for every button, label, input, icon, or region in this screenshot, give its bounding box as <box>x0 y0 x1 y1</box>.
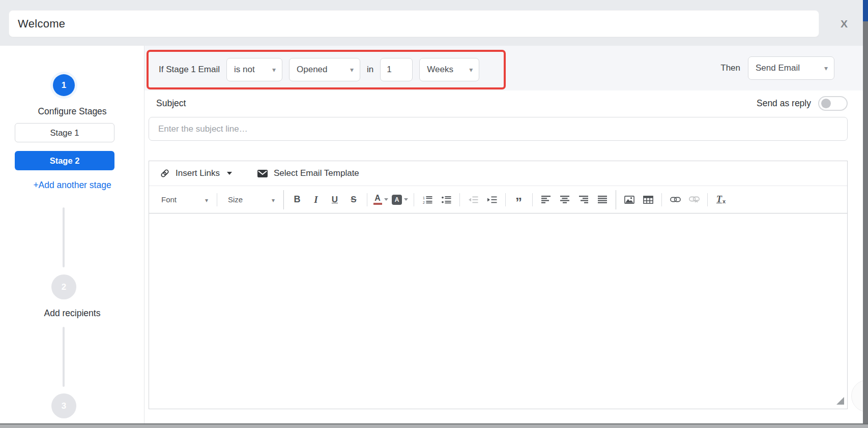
remove-format-button[interactable]: T x <box>713 192 729 208</box>
remove-format-icon: T <box>716 194 722 205</box>
bold-icon: B <box>294 194 301 205</box>
operator-select[interactable]: is not <box>226 58 282 81</box>
toolbar-divider <box>459 193 460 206</box>
strikethrough-icon: S <box>351 195 356 205</box>
chevron-down-icon <box>272 195 275 204</box>
stepper-sidebar: 1 Configure Stages Stage 1 Stage 2 +Add … <box>0 46 144 423</box>
align-justify-button[interactable] <box>595 192 610 208</box>
add-another-stage-link[interactable]: +Add another stage <box>0 180 144 191</box>
stage-config-panel: If Stage 1 Email is not Opened in Weeks … <box>144 46 863 423</box>
ordered-list-button[interactable]: 1 2 <box>420 192 435 208</box>
chevron-down-icon <box>268 65 276 75</box>
toggle-knob <box>821 99 831 108</box>
chevron-down-icon <box>346 65 354 75</box>
bold-button[interactable]: B <box>290 192 305 208</box>
campaign-name-value: Welcome <box>18 17 65 30</box>
insert-table-button[interactable] <box>641 192 656 208</box>
close-icon[interactable]: X <box>835 15 853 33</box>
toolbar-divider <box>414 193 414 206</box>
action-select[interactable]: Send Email <box>748 56 834 80</box>
unit-value: Weeks <box>427 65 453 75</box>
email-body-textarea[interactable] <box>149 213 847 408</box>
text-color-button[interactable]: A <box>373 192 388 208</box>
email-body-editor: Insert Links Select Email Template Font <box>149 161 848 409</box>
indent-button[interactable] <box>484 192 500 208</box>
blockquote-icon: ” <box>515 194 523 205</box>
link-chain-icon <box>158 167 171 179</box>
align-right-button[interactable] <box>576 192 591 208</box>
subject-row: Subject Send as reply <box>156 95 848 112</box>
event-value: Opened <box>297 65 328 75</box>
toolbar-divider <box>367 193 367 206</box>
align-justify-icon <box>598 196 607 203</box>
envelope-icon <box>257 170 268 177</box>
toolbar-divider <box>707 193 708 206</box>
step-2-indicator: 2 <box>51 274 76 299</box>
annotation-highlight: If Stage 1 Email is not Opened in Weeks <box>147 50 506 89</box>
chevron-down-icon <box>384 198 388 201</box>
font-family-value: Font <box>161 195 177 204</box>
vertical-scrollbar[interactable] <box>863 0 868 428</box>
align-left-button[interactable] <box>538 192 554 208</box>
font-size-value: Size <box>228 195 243 204</box>
toolbar-divider <box>616 190 616 209</box>
insert-image-button[interactable] <box>622 192 637 208</box>
operator-value: is not <box>234 65 255 75</box>
blockquote-button[interactable]: ” <box>511 192 527 208</box>
scrollbar-thumb[interactable] <box>863 0 868 21</box>
background-color-button[interactable]: A <box>392 192 408 208</box>
toolbar-divider <box>505 193 506 206</box>
toolbar-divider <box>217 193 217 206</box>
unit-select[interactable]: Weeks <box>419 58 479 81</box>
chevron-down-icon <box>205 195 208 204</box>
stage-editor-modal: Welcome X 1 Configure Stages Stage 1 Sta… <box>0 0 868 428</box>
bullet-list-button[interactable] <box>439 192 454 208</box>
italic-icon: I <box>314 194 317 205</box>
align-right-icon <box>579 196 588 203</box>
rich-text-toolbar: Font Size B I U S A <box>149 186 847 213</box>
image-icon <box>624 196 634 204</box>
step-3-indicator: 3 <box>51 393 76 418</box>
send-as-reply-label: Send as reply <box>757 98 811 109</box>
chevron-down-icon <box>404 198 408 201</box>
campaign-name-input[interactable]: Welcome <box>9 10 819 37</box>
condition-prefix-label: If Stage 1 Email <box>159 65 220 75</box>
outdent-button[interactable] <box>466 192 481 208</box>
resize-handle[interactable] <box>836 397 844 405</box>
insert-links-label: Insert Links <box>176 168 220 178</box>
step-2-number: 2 <box>62 282 66 292</box>
event-select[interactable]: Opened <box>289 58 360 81</box>
subject-input[interactable] <box>149 117 848 141</box>
unlink-icon <box>689 196 700 203</box>
step-2-label: Add recipients <box>0 308 144 319</box>
font-size-select[interactable]: Size <box>223 192 278 208</box>
in-label: in <box>367 65 373 75</box>
svg-text:2: 2 <box>423 200 425 204</box>
insert-link-button[interactable] <box>668 192 683 208</box>
underline-button[interactable]: U <box>327 192 342 208</box>
stage-2-button[interactable]: Stage 2 <box>15 151 114 170</box>
align-center-button[interactable] <box>557 192 572 208</box>
strikethrough-button[interactable]: S <box>346 192 361 208</box>
unlink-button[interactable] <box>686 192 702 208</box>
stage-1-button[interactable]: Stage 1 <box>15 123 114 142</box>
font-family-select[interactable]: Font <box>156 192 211 208</box>
modal-header: Welcome X <box>0 0 868 46</box>
indent-icon <box>487 196 497 204</box>
step-1-indicator: 1 <box>53 74 75 96</box>
table-icon <box>643 196 653 204</box>
toolbar-divider <box>661 193 662 206</box>
underline-icon: U <box>332 195 338 205</box>
window-bottom-edge <box>0 423 868 428</box>
italic-button[interactable]: I <box>308 192 324 208</box>
send-as-reply-toggle[interactable] <box>818 96 848 111</box>
step-1-number: 1 <box>62 80 66 90</box>
insert-links-button[interactable]: Insert Links <box>160 168 232 178</box>
chevron-down-icon <box>227 172 232 175</box>
action-value: Send Email <box>756 63 800 73</box>
svg-text:1: 1 <box>423 196 425 199</box>
step-1-label: Configure Stages <box>0 106 144 117</box>
toolbar-divider <box>283 190 284 209</box>
select-email-template-button[interactable]: Select Email Template <box>257 168 359 178</box>
duration-input[interactable] <box>380 58 413 81</box>
